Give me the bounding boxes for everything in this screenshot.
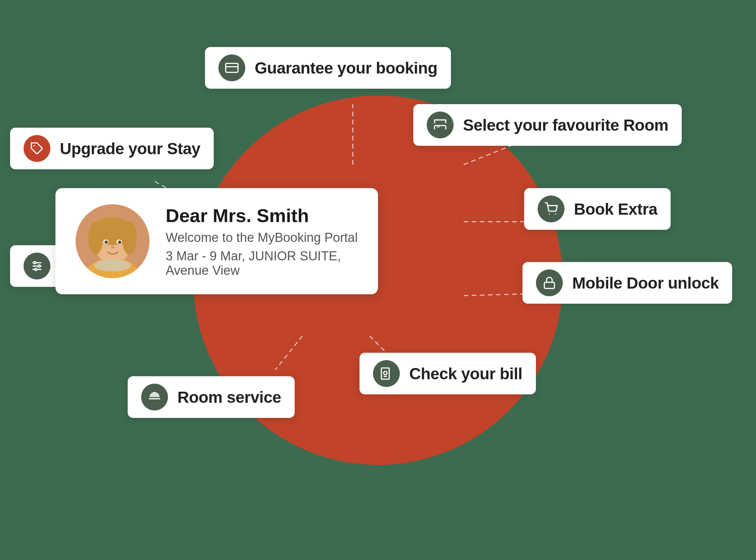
mobile-door-label: Mobile Door unlock: [572, 274, 719, 292]
room-service-label: Room service: [177, 388, 281, 406]
select-room-label: Select your favourite Room: [463, 116, 668, 134]
svg-point-31: [88, 221, 103, 255]
mobile-door-card[interactable]: Mobile Door unlock: [522, 262, 732, 304]
svg-point-32: [122, 221, 137, 255]
check-bill-label: Check your bill: [409, 364, 522, 383]
guarantee-booking-card[interactable]: Guarantee your booking: [205, 47, 451, 89]
check-bill-card[interactable]: Check your bill: [359, 353, 536, 394]
svg-rect-8: [226, 63, 238, 73]
svg-point-22: [34, 262, 36, 264]
guarantee-booking-label: Guarantee your booking: [255, 59, 437, 77]
book-extra-card[interactable]: Book Extra: [524, 188, 671, 230]
bed-icon: [427, 112, 454, 138]
svg-point-13: [555, 213, 556, 214]
select-room-card[interactable]: Select your favourite Room: [413, 104, 682, 146]
svg-rect-11: [437, 126, 439, 128]
booking-details: 3 Mar - 9 Mar, JUNIOR SUITE, Avenue View: [166, 249, 358, 278]
svg-point-35: [104, 241, 108, 244]
svg-point-24: [35, 268, 37, 271]
svg-point-16: [384, 371, 387, 375]
lock-icon: [536, 269, 563, 296]
room-service-card[interactable]: Room service: [128, 376, 295, 418]
credit-card-icon: [218, 55, 245, 81]
sliders-icon: [23, 253, 51, 280]
book-extra-label: Book Extra: [574, 200, 657, 218]
welcome-text: Welcome to the MyBooking Portal: [166, 231, 358, 245]
svg-rect-15: [381, 368, 389, 379]
svg-point-38: [94, 259, 131, 272]
upgrade-stay-label: Upgrade your Stay: [60, 139, 200, 158]
svg-point-12: [549, 213, 550, 214]
card-info: Dear Mrs. Smith Welcome to the MyBooking…: [166, 205, 358, 278]
svg-point-37: [111, 246, 114, 248]
svg-point-23: [38, 265, 40, 267]
scene: .dash { stroke: #fff; stroke-width: 3; s…: [0, 0, 756, 560]
guest-name: Dear Mrs. Smith: [166, 205, 358, 226]
svg-point-36: [118, 241, 121, 244]
svg-rect-14: [544, 282, 554, 288]
cloche-icon: [141, 384, 168, 411]
receipt-icon: [373, 360, 400, 387]
cart-icon: [538, 196, 564, 222]
avatar: [76, 204, 150, 278]
center-info-card: Dear Mrs. Smith Welcome to the MyBooking…: [56, 188, 378, 294]
tag-icon: [23, 135, 51, 162]
upgrade-stay-card[interactable]: Upgrade your Stay: [10, 128, 214, 169]
